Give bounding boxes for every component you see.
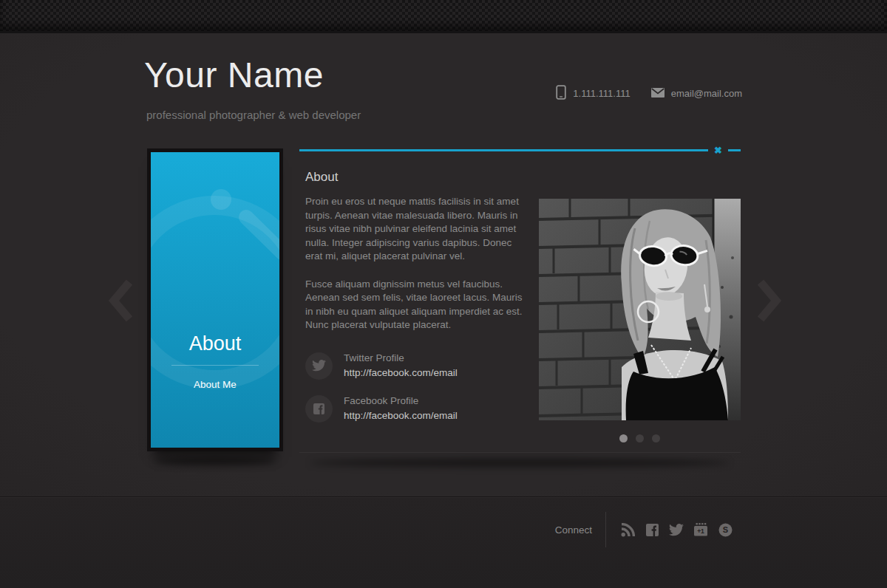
carousel-dots [539,434,741,442]
close-icon[interactable]: ✖ [713,146,723,155]
facebook-profile-link[interactable]: Facebook Profile http://facebook.com/ema… [305,395,524,423]
twitter-icon [305,352,333,380]
about-watermark-icon [151,152,279,448]
card-drop-shadow [154,457,276,465]
chevron-right-icon [756,279,781,322]
facebook-icon[interactable] [644,522,660,538]
googleplus-icon[interactable]: +1 [693,522,709,538]
twitter-icon[interactable] [668,522,684,538]
footer: Connect +1 S [0,496,887,588]
card-menu-item-about-me[interactable]: About Me [151,379,279,390]
link-title: Twitter Profile [344,352,458,363]
twitter-profile-link[interactable]: Twitter Profile http://facebook.com/emai… [305,352,524,380]
next-arrow[interactable] [756,279,781,324]
contact-info: 1.111.111.111 email@mail.com [556,85,742,102]
chevron-left-icon [109,279,134,322]
link-url[interactable]: http://facebook.com/email [344,367,458,378]
carousel-dot-1[interactable] [619,434,628,442]
email-contact: email@mail.com [651,88,742,100]
carousel-dot-2[interactable] [636,434,644,442]
page: Your Name professional photographer & we… [0,0,887,588]
social-icons: +1 S [619,522,733,538]
accent-rule-short [728,149,741,151]
svg-text:+1: +1 [697,527,704,535]
email-icon [651,88,665,100]
phone-icon [556,85,566,102]
rss-icon[interactable] [619,522,636,538]
carousel-dot-3[interactable] [652,434,660,442]
about-panel: ✖ About Proin eu eros ut neque mattis fa… [299,145,741,442]
prev-arrow[interactable] [109,279,134,324]
connect-label: Connect [555,524,592,536]
section-heading: About [305,170,741,185]
email-address[interactable]: email@mail.com [671,88,742,99]
card-title: About [151,332,279,355]
about-paragraph: Fusce aliquam dignissim metus vel faucib… [305,278,524,332]
about-menu-card[interactable]: About About Me [147,148,283,451]
skype-icon[interactable]: S [717,522,733,538]
link-url[interactable]: http://facebook.com/email [344,410,458,421]
site-tagline: professional photographer & web develope… [146,109,361,121]
card-divider [171,365,259,366]
about-text-column: Proin eu eros ut neque mattis facilisis … [305,195,524,423]
about-paragraph: Proin eu eros ut neque mattis facilisis … [305,195,524,264]
footer-divider [605,512,606,547]
link-title: Facebook Profile [344,395,458,406]
panel-drop-shadow [310,459,730,467]
carbon-texture-strip [0,0,887,33]
phone-number: 1.111.111.111 [573,88,630,99]
accent-rule [299,149,708,151]
panel-top-rule: ✖ [299,145,741,155]
panel-bottom-divider [299,452,741,453]
facebook-icon [305,395,333,423]
phone-contact: 1.111.111.111 [556,85,630,102]
svg-text:S: S [722,525,727,534]
portrait-slide [539,195,741,442]
site-title: Your Name [144,55,324,95]
about-menu-card-face: About About Me [151,152,279,448]
portrait-photo [539,199,741,420]
